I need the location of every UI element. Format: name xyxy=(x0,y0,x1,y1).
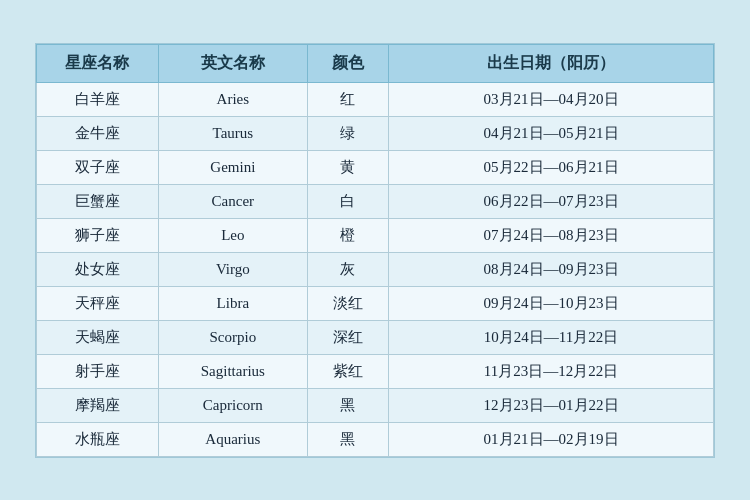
cell-date: 09月24日—10月23日 xyxy=(389,286,714,320)
cell-date: 04月21日—05月21日 xyxy=(389,116,714,150)
cell-english: Scorpio xyxy=(158,320,307,354)
cell-chinese: 巨蟹座 xyxy=(37,184,159,218)
cell-english: Taurus xyxy=(158,116,307,150)
header-color: 颜色 xyxy=(307,44,388,82)
cell-color: 橙 xyxy=(307,218,388,252)
cell-date: 10月24日—11月22日 xyxy=(389,320,714,354)
cell-english: Gemini xyxy=(158,150,307,184)
cell-date: 01月21日—02月19日 xyxy=(389,422,714,456)
cell-color: 白 xyxy=(307,184,388,218)
cell-chinese: 水瓶座 xyxy=(37,422,159,456)
table-row: 水瓶座Aquarius黑01月21日—02月19日 xyxy=(37,422,714,456)
cell-chinese: 处女座 xyxy=(37,252,159,286)
cell-english: Leo xyxy=(158,218,307,252)
cell-date: 06月22日—07月23日 xyxy=(389,184,714,218)
cell-color: 黑 xyxy=(307,388,388,422)
cell-chinese: 射手座 xyxy=(37,354,159,388)
cell-date: 07月24日—08月23日 xyxy=(389,218,714,252)
zodiac-table-container: 星座名称 英文名称 颜色 出生日期（阳历） 白羊座Aries红03月21日—04… xyxy=(35,43,715,458)
table-body: 白羊座Aries红03月21日—04月20日金牛座Taurus绿04月21日—0… xyxy=(37,82,714,456)
cell-color: 淡红 xyxy=(307,286,388,320)
table-row: 双子座Gemini黄05月22日—06月21日 xyxy=(37,150,714,184)
header-english: 英文名称 xyxy=(158,44,307,82)
cell-chinese: 天蝎座 xyxy=(37,320,159,354)
cell-color: 灰 xyxy=(307,252,388,286)
cell-chinese: 狮子座 xyxy=(37,218,159,252)
table-row: 巨蟹座Cancer白06月22日—07月23日 xyxy=(37,184,714,218)
cell-english: Cancer xyxy=(158,184,307,218)
table-header-row: 星座名称 英文名称 颜色 出生日期（阳历） xyxy=(37,44,714,82)
cell-english: Sagittarius xyxy=(158,354,307,388)
table-row: 处女座Virgo灰08月24日—09月23日 xyxy=(37,252,714,286)
table-row: 白羊座Aries红03月21日—04月20日 xyxy=(37,82,714,116)
header-chinese: 星座名称 xyxy=(37,44,159,82)
cell-chinese: 双子座 xyxy=(37,150,159,184)
cell-chinese: 天秤座 xyxy=(37,286,159,320)
table-row: 天蝎座Scorpio深红10月24日—11月22日 xyxy=(37,320,714,354)
table-row: 天秤座Libra淡红09月24日—10月23日 xyxy=(37,286,714,320)
cell-color: 黄 xyxy=(307,150,388,184)
cell-color: 紫红 xyxy=(307,354,388,388)
cell-english: Aquarius xyxy=(158,422,307,456)
cell-chinese: 摩羯座 xyxy=(37,388,159,422)
table-row: 射手座Sagittarius紫红11月23日—12月22日 xyxy=(37,354,714,388)
cell-english: Virgo xyxy=(158,252,307,286)
table-row: 摩羯座Capricorn黑12月23日—01月22日 xyxy=(37,388,714,422)
cell-color: 深红 xyxy=(307,320,388,354)
cell-chinese: 金牛座 xyxy=(37,116,159,150)
cell-english: Libra xyxy=(158,286,307,320)
cell-color: 绿 xyxy=(307,116,388,150)
table-row: 狮子座Leo橙07月24日—08月23日 xyxy=(37,218,714,252)
cell-color: 红 xyxy=(307,82,388,116)
cell-date: 12月23日—01月22日 xyxy=(389,388,714,422)
zodiac-table: 星座名称 英文名称 颜色 出生日期（阳历） 白羊座Aries红03月21日—04… xyxy=(36,44,714,457)
cell-english: Aries xyxy=(158,82,307,116)
table-row: 金牛座Taurus绿04月21日—05月21日 xyxy=(37,116,714,150)
cell-date: 05月22日—06月21日 xyxy=(389,150,714,184)
cell-date: 08月24日—09月23日 xyxy=(389,252,714,286)
header-date: 出生日期（阳历） xyxy=(389,44,714,82)
cell-date: 03月21日—04月20日 xyxy=(389,82,714,116)
cell-english: Capricorn xyxy=(158,388,307,422)
cell-color: 黑 xyxy=(307,422,388,456)
cell-date: 11月23日—12月22日 xyxy=(389,354,714,388)
cell-chinese: 白羊座 xyxy=(37,82,159,116)
